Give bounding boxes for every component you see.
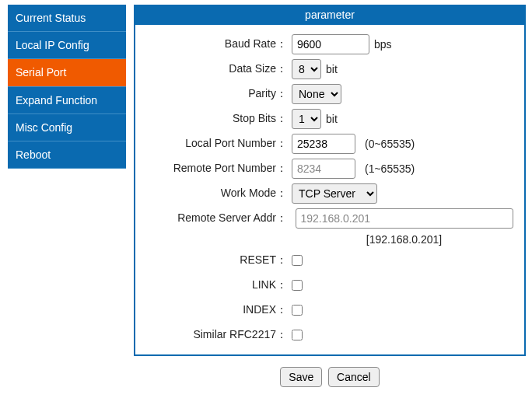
rfc2217-checkbox[interactable] — [292, 330, 303, 340]
remote-port-label: Remote Port Number — [140, 162, 292, 176]
sidebar-item-label: Current Status — [16, 12, 86, 24]
button-bar: Save Cancel — [134, 367, 526, 387]
sidebar-item-label: Local IP Config — [16, 39, 89, 51]
stop-bits-select[interactable]: 1 — [292, 109, 321, 129]
remote-addr-label: Remote Server Addr — [140, 208, 292, 225]
work-mode-label: Work Mode — [140, 187, 292, 201]
rfc2217-label: Similar RFC2217 — [140, 328, 292, 342]
index-checkbox[interactable] — [292, 305, 303, 316]
index-label: INDEX — [140, 303, 292, 317]
remote-port-hint: (1~65535) — [359, 162, 415, 175]
local-port-hint: (0~65535) — [359, 138, 415, 150]
save-button[interactable]: Save — [280, 367, 322, 387]
reset-checkbox[interactable] — [292, 255, 303, 266]
sidebar-item-expand-function[interactable]: Expand Function — [8, 87, 126, 114]
baud-rate-input[interactable] — [292, 34, 369, 54]
sidebar-item-reboot[interactable]: Reboot — [8, 141, 126, 169]
stop-bits-label: Stop Bits — [140, 112, 292, 126]
sidebar-item-current-status[interactable]: Current Status — [8, 5, 126, 32]
sidebar-item-misc-config[interactable]: Misc Config — [8, 114, 126, 141]
data-size-label: Data Size — [140, 62, 292, 76]
data-size-unit: bit — [324, 63, 338, 75]
parity-select[interactable]: None — [292, 84, 341, 104]
reset-label: RESET — [140, 253, 292, 267]
work-mode-select[interactable]: TCP Server — [292, 183, 377, 204]
panel-body: Baud Rate bps Data Size 8 bit Parity — [135, 25, 524, 354]
local-port-label: Local Port Number — [140, 137, 292, 151]
link-label: LINK — [140, 278, 292, 292]
stop-bits-unit: bit — [324, 113, 338, 125]
remote-port-input[interactable] — [292, 159, 355, 179]
sidebar-item-label: Serial Port — [16, 66, 66, 79]
remote-addr-extra: [192.168.0.201] — [366, 233, 442, 246]
cancel-button[interactable]: Cancel — [328, 367, 380, 387]
data-size-select[interactable]: 8 — [292, 59, 321, 79]
baud-rate-unit: bps — [373, 38, 392, 51]
sidebar-item-serial-port[interactable]: Serial Port — [8, 59, 126, 86]
sidebar: Current Status Local IP Config Serial Po… — [8, 5, 126, 404]
sidebar-item-local-ip[interactable]: Local IP Config — [8, 32, 126, 59]
parameter-panel: parameter Baud Rate bps Data Size 8 bit — [134, 5, 526, 356]
sidebar-item-label: Expand Function — [16, 94, 97, 106]
sidebar-item-label: Misc Config — [16, 121, 72, 134]
remote-addr-input[interactable] — [296, 208, 513, 229]
content-area: parameter Baud Rate bps Data Size 8 bit — [126, 5, 526, 404]
local-port-input[interactable] — [292, 134, 355, 154]
sidebar-item-label: Reboot — [16, 148, 51, 161]
parity-label: Parity — [140, 87, 292, 101]
baud-rate-label: Baud Rate — [140, 37, 292, 51]
panel-title: parameter — [135, 6, 524, 25]
link-checkbox[interactable] — [292, 280, 303, 291]
